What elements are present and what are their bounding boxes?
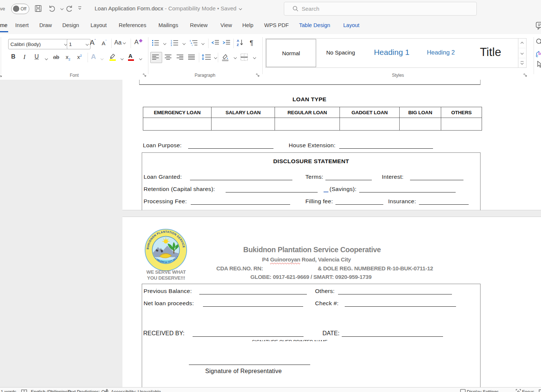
borders-button[interactable] (240, 53, 248, 61)
search-box[interactable]: Search (284, 2, 477, 16)
find-icon[interactable] (536, 38, 541, 46)
bullets-button[interactable] (152, 39, 159, 46)
shading-button[interactable] (221, 53, 230, 62)
align-left-button[interactable] (150, 52, 162, 63)
underline-button[interactable]: U (35, 53, 39, 60)
shading-dropdown-icon[interactable] (234, 56, 237, 59)
select-cursor-icon[interactable] (537, 61, 541, 68)
style-heading-1[interactable]: Heading 1 (365, 39, 419, 66)
styles-scroll-down[interactable] (518, 48, 525, 58)
loan-type-cell[interactable] (143, 118, 212, 131)
quick-access-toolbar-menu[interactable] (77, 5, 87, 15)
tab-help[interactable]: Help (242, 17, 253, 33)
tab-insert[interactable]: Insert (15, 17, 29, 33)
decrease-indent-button[interactable] (211, 39, 219, 46)
document-title[interactable]: Loan Application Form.docx - Compatibili… (95, 5, 242, 11)
loan-type-cell[interactable] (340, 118, 400, 131)
strikethrough-button[interactable]: ab (53, 54, 59, 60)
increase-indent-button[interactable] (222, 39, 230, 46)
align-center-button[interactable] (165, 54, 172, 60)
loan-type-header-cell[interactable]: GADGET LOAN (340, 107, 400, 118)
loan-type-cell[interactable] (441, 118, 482, 131)
styles-dialog-launcher[interactable] (523, 73, 527, 77)
tab-draw[interactable]: Draw (39, 17, 52, 33)
display-settings-button[interactable]: Display Settings (467, 389, 499, 392)
save-icon[interactable] (34, 4, 42, 13)
shrink-font-button[interactable]: Aˇ (102, 40, 106, 46)
tab-references[interactable]: References (119, 17, 146, 33)
highlight-dropdown-icon[interactable] (121, 57, 124, 60)
italic-button[interactable]: I (23, 53, 26, 61)
undo-button[interactable] (48, 4, 57, 13)
loan-type-cell[interactable] (275, 118, 340, 131)
line-spacing-dropdown-icon[interactable] (214, 56, 217, 59)
superscript-button[interactable]: x2 (77, 54, 82, 60)
loan-type-header-cell[interactable]: SALARY LOAN (212, 107, 275, 118)
comments-icon[interactable] (535, 21, 541, 30)
paragraph-dialog-launcher[interactable] (256, 73, 260, 77)
accessibility-status[interactable]: Accessibility: Unavailable (111, 389, 161, 392)
styles-more-button[interactable] (518, 58, 525, 67)
text-effects-dropdown-icon[interactable] (101, 57, 104, 60)
style-no-spacing[interactable]: No Spacing (317, 39, 365, 66)
style-heading-2[interactable]: Heading 2 (419, 39, 463, 66)
styles-scroll-up[interactable] (518, 39, 525, 48)
tab-layout[interactable]: Layout (91, 17, 107, 33)
word-count[interactable]: 1 words (1, 389, 16, 392)
disclosure-title: DISCLOSURE STATEMENT (142, 158, 480, 165)
font-size-combobox[interactable]: 1 (67, 39, 91, 49)
multilevel-dropdown-icon[interactable] (201, 42, 204, 45)
proofing-book-icon[interactable] (21, 389, 27, 392)
bullets-dropdown-icon[interactable] (163, 42, 166, 45)
loan-type-table[interactable]: EMERGENCY LOAN SALARY LOAN REGULAR LOAN … (143, 107, 482, 131)
justify-button[interactable] (188, 54, 196, 60)
undo-dropdown-icon[interactable] (60, 7, 63, 10)
bold-button[interactable]: B (11, 53, 16, 60)
replace-icon[interactable]: bc (535, 50, 541, 58)
view-mode-icon[interactable] (539, 389, 541, 392)
document-page-1[interactable]: LOAN TYPE EMERGENCY LOAN SALARY LOAN REG… (122, 80, 541, 210)
numbering-dropdown-icon[interactable] (183, 42, 186, 45)
borders-dropdown-icon[interactable] (253, 56, 256, 59)
font-name-combobox[interactable]: Calibri (Body) (8, 39, 69, 49)
loan-type-header-cell[interactable]: OTHERS (441, 107, 482, 118)
style-title[interactable]: Title (463, 39, 518, 66)
font-color-button[interactable]: A (128, 53, 132, 59)
tab-wps-pdf[interactable]: WPS PDF (264, 17, 289, 33)
change-case-button[interactable]: Aa (114, 39, 125, 46)
tab-table-layout[interactable]: Layout (343, 17, 360, 33)
tab-mailings[interactable]: Mailings (158, 17, 178, 33)
focus-button[interactable]: Focus (522, 389, 534, 392)
sort-button[interactable]: A Z (236, 39, 245, 47)
document-page-2[interactable]: BUKIDNON PLANTATION SERVICE COOPERATIVE … (122, 217, 541, 388)
highlight-color-button[interactable] (108, 53, 117, 61)
redo-button[interactable] (64, 4, 73, 13)
loan-type-cell[interactable] (212, 118, 275, 131)
tab-table-design[interactable]: Table Design (299, 17, 330, 33)
tab-design[interactable]: Design (62, 17, 79, 33)
loan-type-header-cell[interactable]: EMERGENCY LOAN (143, 107, 212, 118)
font-color-dropdown-icon[interactable] (139, 57, 142, 60)
loan-type-cell[interactable] (400, 118, 441, 131)
loan-type-header-cell[interactable]: REGULAR LOAN (275, 107, 340, 118)
tab-home[interactable]: me (0, 17, 7, 33)
document-canvas[interactable]: LOAN TYPE EMERGENCY LOAN SALARY LOAN REG… (0, 80, 541, 387)
subscript-button[interactable]: x2 (66, 54, 71, 61)
text-effects-button[interactable]: A (91, 53, 96, 61)
grow-font-button[interactable]: Aˆ (90, 39, 96, 47)
align-right-button[interactable] (177, 54, 184, 60)
text-predictions-status[interactable]: Text Predictions: On (68, 389, 107, 392)
loan-type-header-cell[interactable]: BIG LOAN (400, 107, 441, 118)
style-normal[interactable]: Normal (266, 39, 316, 67)
tab-review[interactable]: Review (190, 17, 208, 33)
multilevel-list-button[interactable]: 1ai (190, 39, 198, 46)
underline-dropdown-icon[interactable] (45, 57, 48, 60)
font-dialog-launcher[interactable] (142, 73, 147, 77)
line-spacing-button[interactable] (201, 53, 211, 61)
clear-formatting-button[interactable]: A (134, 39, 141, 46)
language-status[interactable]: English (Philippines) (31, 389, 71, 392)
show-hide-pilcrow-button[interactable]: ¶ (250, 39, 253, 47)
tab-view[interactable]: View (220, 17, 232, 33)
numbering-button[interactable]: 123 (170, 39, 178, 46)
autosave-toggle[interactable]: Off (11, 4, 29, 14)
